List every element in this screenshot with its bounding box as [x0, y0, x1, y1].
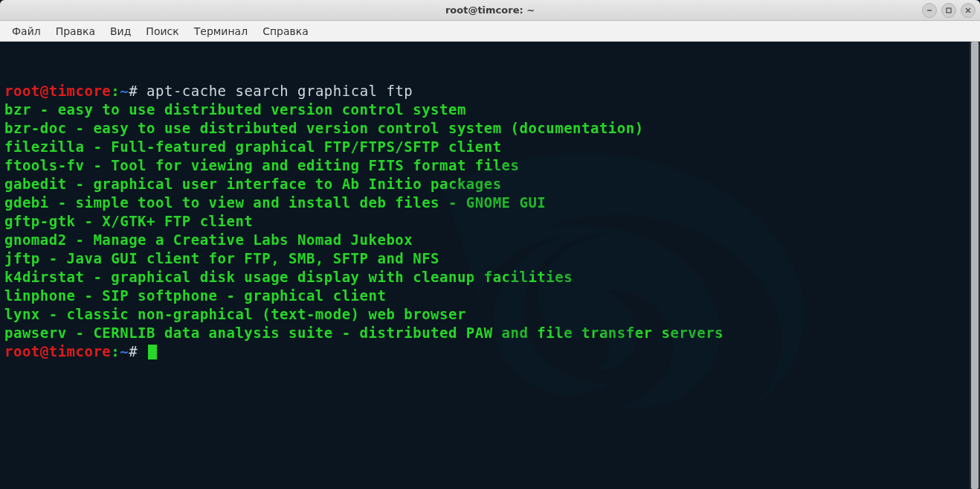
prompt-hash: #	[129, 343, 138, 359]
menu-help[interactable]: Справка	[255, 22, 316, 40]
output-line: pawserv - CERNLIB data analysis suite - …	[4, 325, 723, 341]
prompt-path: ~	[120, 83, 129, 99]
prompt-path: ~	[120, 343, 129, 359]
window-controls	[922, 3, 976, 18]
cursor	[148, 345, 157, 359]
output-line: k4dirstat - graphical disk usage display…	[4, 269, 573, 285]
menu-terminal[interactable]: Терминал	[187, 22, 255, 40]
prompt-user: root@timcore	[4, 83, 111, 99]
svg-rect-1	[947, 8, 951, 13]
minimize-button[interactable]	[922, 3, 937, 18]
command-1: apt-cache search graphical ftp	[146, 83, 413, 99]
output-line: gdebi - simple tool to view and install …	[4, 194, 546, 211]
menubar: Файл Правка Вид Поиск Терминал Справка	[0, 21, 980, 42]
window-title: root@timcore: ~	[445, 4, 535, 16]
prompt-hash: #	[129, 83, 138, 99]
output-line: bzr - easy to use distributed version co…	[4, 101, 466, 118]
output-line: jftp - Java GUI client for FTP, SMB, SFT…	[4, 250, 439, 266]
menu-edit[interactable]: Правка	[48, 22, 103, 40]
terminal-area: root@timcore:~# apt-cache search graphic…	[0, 42, 980, 489]
scroll-thumb[interactable]	[971, 42, 979, 489]
output-line: ftools-fv - Tool for viewing and editing…	[4, 157, 519, 173]
prompt-sep: :	[111, 83, 120, 99]
terminal-window: root@timcore: ~ Файл Правка Вид Поиск Те…	[0, 0, 980, 489]
output-line: gftp-gtk - X/GTK+ FTP client	[4, 213, 253, 229]
menu-search[interactable]: Поиск	[138, 22, 186, 40]
maximize-button[interactable]	[941, 3, 956, 18]
prompt-sep: :	[111, 343, 120, 359]
output-line: linphone - SIP softphone - graphical cli…	[4, 287, 386, 304]
output-line: bzr-doc - easy to use distributed versio…	[4, 120, 644, 136]
titlebar[interactable]: root@timcore: ~	[0, 0, 980, 21]
output-line: gnomad2 - Manage a Creative Labs Nomad J…	[4, 231, 413, 248]
close-button[interactable]	[961, 3, 976, 18]
output-line: gabedit - graphical user interface to Ab…	[4, 176, 502, 192]
terminal[interactable]: root@timcore:~# apt-cache search graphic…	[0, 42, 970, 489]
scrollbar[interactable]	[970, 42, 980, 489]
output-line: lynx - classic non-graphical (text-mode)…	[4, 306, 466, 322]
prompt-user: root@timcore	[4, 343, 111, 359]
menu-view[interactable]: Вид	[103, 22, 138, 40]
output-line: filezilla - Full-featured graphical FTP/…	[4, 138, 502, 155]
menu-file[interactable]: Файл	[4, 22, 48, 40]
